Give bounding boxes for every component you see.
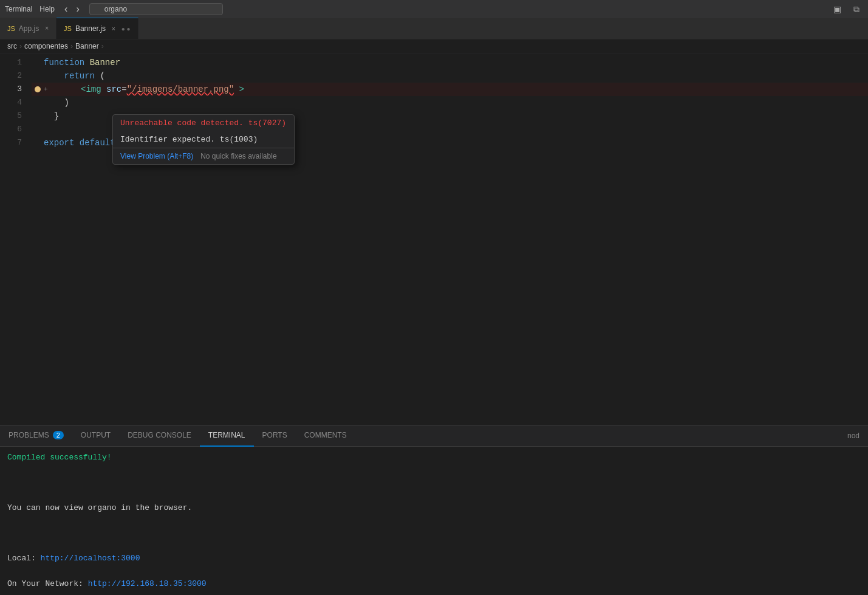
gutter-3 [32, 86, 44, 92]
editor-area[interactable]: 1 2 3 4 5 6 7 function Banner return ( [0, 53, 868, 425]
tab-output[interactable]: OUTPUT [72, 425, 119, 447]
code-container: 1 2 3 4 5 6 7 function Banner return ( [0, 53, 868, 425]
tab-banner-js[interactable]: JS Banner.js × ● ● [56, 18, 138, 39]
tab-app-js-icon: JS [7, 25, 15, 32]
tab-banner-js-icon: JS [64, 25, 72, 32]
token-default: default [80, 136, 115, 150]
layout-button[interactable]: ▣ [830, 3, 845, 15]
tab-problems-label: PROBLEMS [9, 431, 49, 439]
code-line-4: ) [32, 96, 868, 109]
panel-right-button[interactable]: nod [844, 429, 863, 442]
breadcrumb-sep-3: › [101, 42, 104, 50]
nav-forward-button[interactable]: › [73, 3, 81, 15]
error-popup-actions: View Problem (Alt+F8) No quick fixes ava… [113, 148, 294, 164]
no-fix-label: No quick fixes available [200, 152, 276, 160]
nav-back-button[interactable]: ‹ [62, 3, 70, 15]
title-bar: Terminal Help ‹ › ⌕ ▣ ⧉ [0, 0, 868, 18]
tab-terminal-label: TERMINAL [208, 431, 245, 439]
terminal-line-blank1 [7, 477, 861, 490]
tab-ports[interactable]: PORTS [254, 425, 296, 447]
breadcrumb-src[interactable]: src [7, 42, 17, 50]
menu-help[interactable]: Help [39, 5, 55, 13]
tab-problems[interactable]: PROBLEMS 2 [0, 425, 72, 447]
tab-app-js-close[interactable]: × [45, 25, 49, 32]
terminal-output[interactable]: Compiled successfully! You can now view … [0, 447, 868, 595]
tab-output-label: OUTPUT [81, 431, 111, 439]
terminal-line-blank2 [7, 528, 861, 540]
terminal-line-compiled: Compiled successfully! [7, 452, 861, 464]
error-popup-item-1: Unreachable code detected. ts(7027) [113, 115, 294, 131]
error-popup: Unreachable code detected. ts(7027) Iden… [112, 114, 295, 165]
tab-terminal[interactable]: TERMINAL [200, 425, 254, 447]
line-num-7: 7 [2, 136, 22, 150]
code-line-2: return ( [32, 69, 868, 83]
terminal-network-link[interactable]: http://192.168.18.35:3000 [88, 579, 207, 588]
menu-terminal[interactable]: Terminal [5, 5, 32, 13]
tab-comments[interactable]: COMMENTS [296, 425, 355, 447]
token-function: function [44, 56, 84, 69]
bottom-panel: PROBLEMS 2 OUTPUT DEBUG CONSOLE TERMINAL… [0, 425, 868, 595]
tab-app-js[interactable]: JS App.js × [0, 18, 56, 39]
tab-comments-label: COMMENTS [304, 431, 347, 439]
tab-ports-label: PORTS [262, 431, 287, 439]
warning-dot-icon [35, 86, 41, 92]
terminal-localhost-link[interactable]: http://localhost:3000 [41, 554, 140, 563]
tab-bar: JS App.js × JS Banner.js × ● ● [0, 18, 868, 40]
add-btn: + [44, 83, 48, 96]
search-container: ⌕ [89, 3, 223, 15]
line-num-1: 1 [2, 56, 22, 69]
line-num-6: 6 [2, 123, 22, 136]
breadcrumb: src › componentes › Banner › [0, 40, 868, 53]
side-by-side-button[interactable]: ⧉ [850, 3, 863, 16]
terminal-line-view: You can now view organo in the browser. [7, 502, 861, 515]
breadcrumb-sep-1: › [19, 42, 22, 50]
nav-buttons: ‹ › [62, 3, 82, 15]
tab-debug-console[interactable]: DEBUG CONSOLE [119, 425, 200, 447]
problems-badge: 2 [53, 431, 64, 439]
code-line-1: function Banner [32, 56, 868, 69]
view-problem-link[interactable]: View Problem (Alt+F8) [120, 152, 193, 160]
line-num-3: 3 [2, 83, 22, 96]
token-src-attr: src [106, 83, 121, 96]
token-src-value: "/imagens/banner.png" [127, 83, 234, 96]
token-return: return [64, 69, 95, 83]
search-input[interactable] [89, 3, 223, 15]
token-banner-fn: Banner [90, 56, 120, 69]
error-popup-item-2: Identifier expected. ts(1003) [113, 131, 294, 148]
tab-app-js-label: App.js [19, 24, 39, 33]
title-bar-left: Terminal Help ‹ › ⌕ [5, 3, 223, 15]
token-img-close: > [239, 83, 244, 96]
tab-banner-js-label: Banner.js [75, 24, 106, 33]
breadcrumb-componentes[interactable]: componentes [24, 42, 68, 50]
breadcrumb-banner[interactable]: Banner [75, 42, 99, 50]
panel-tabs: PROBLEMS 2 OUTPUT DEBUG CONSOLE TERMINAL… [0, 425, 868, 447]
tab-extra-buttons: ● ● [121, 26, 131, 32]
line-num-5: 5 [2, 109, 22, 123]
code-lines[interactable]: function Banner return ( + <img [29, 56, 868, 425]
title-bar-right: ▣ ⧉ [830, 3, 863, 16]
breadcrumb-sep-2: › [70, 42, 73, 50]
line-num-2: 2 [2, 69, 22, 83]
terminal-line-local: Local: http://localhost:3000 [7, 552, 861, 565]
tab-banner-js-close[interactable]: × [112, 26, 115, 32]
tab-debug-label: DEBUG CONSOLE [128, 431, 191, 439]
token-img-open: <img [81, 83, 101, 96]
token-export: export [44, 136, 74, 150]
terminal-line-network: On Your Network: http://192.168.18.35:30… [7, 578, 861, 591]
line-num-4: 4 [2, 96, 22, 109]
code-line-3: + <img src = "/imagens/banner.png" > [32, 83, 868, 96]
panel-right-area: nod [844, 429, 868, 442]
line-numbers: 1 2 3 4 5 6 7 [0, 56, 29, 425]
